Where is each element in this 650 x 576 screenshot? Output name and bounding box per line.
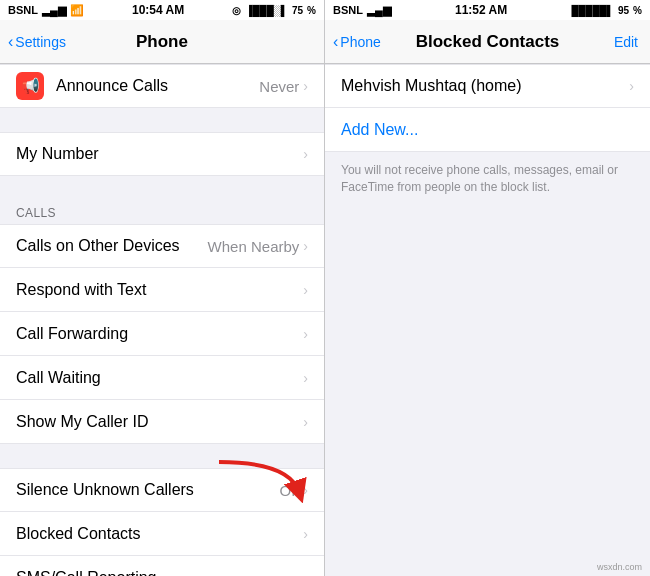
spacer-1 <box>0 108 324 132</box>
status-bar-right: ◎ ▐███░▌ 75% <box>232 5 316 16</box>
spacer-2 <box>0 176 324 200</box>
wifi-icon: 📶 <box>70 4 84 17</box>
call-waiting-chevron: › <box>303 370 308 386</box>
battery-pct-right: 95 <box>618 5 629 16</box>
status-bar-left: BSNL ▂▄▆ 📶 <box>8 4 84 17</box>
right-edit-button[interactable]: Edit <box>614 34 638 50</box>
call-waiting-row[interactable]: Call Waiting › <box>0 356 324 400</box>
blocked-contacts-row[interactable]: Blocked Contacts › <box>0 512 324 556</box>
calls-other-devices-chevron: › <box>303 238 308 254</box>
silence-unknown-label: Silence Unknown Callers <box>16 470 280 510</box>
blocked-contacts-label: Blocked Contacts <box>16 514 303 554</box>
left-back-button[interactable]: ‹ Settings <box>8 33 66 51</box>
calls-section-header: CALLS <box>0 200 324 224</box>
right-status-bar-left: BSNL ▂▄▆ <box>333 4 391 17</box>
spacer-3 <box>0 444 324 468</box>
show-caller-id-row[interactable]: Show My Caller ID › <box>0 400 324 444</box>
left-settings-list: 📢 Announce Calls Never › My Number › CAL… <box>0 64 324 576</box>
calls-other-devices-label: Calls on Other Devices <box>16 226 208 266</box>
time-left: 10:54 AM <box>132 3 184 17</box>
my-number-label: My Number <box>16 134 303 174</box>
add-new-label: Add New... <box>341 121 418 139</box>
signal-icon: ▂▄▆ <box>42 4 66 17</box>
left-panel: BSNL ▂▄▆ 📶 10:54 AM ◎ ▐███░▌ 75% ‹ Setti… <box>0 0 325 576</box>
watermark: wsxdn.com <box>597 562 642 572</box>
respond-with-text-row[interactable]: Respond with Text › <box>0 268 324 312</box>
call-forwarding-chevron: › <box>303 326 308 342</box>
left-status-bar: BSNL ▂▄▆ 📶 10:54 AM ◎ ▐███░▌ 75% <box>0 0 324 20</box>
sms-call-reporting-label: SMS/Call Reporting <box>16 558 303 577</box>
announce-calls-row[interactable]: 📢 Announce Calls Never › <box>0 64 324 108</box>
signal-icon-right: ▂▄▆ <box>367 4 391 17</box>
right-status-bar: BSNL ▂▄▆ 11:52 AM █████▌ 95% <box>325 0 650 20</box>
battery-pct-left: 75 <box>292 5 303 16</box>
time-right: 11:52 AM <box>455 3 507 17</box>
battery-left: ▐███░▌ <box>245 5 288 16</box>
right-chevron-left-icon: ‹ <box>333 33 338 51</box>
battery-right: █████▌ <box>571 5 614 16</box>
announce-calls-value: Never <box>259 78 299 95</box>
blocked-info-text: You will not receive phone calls, messag… <box>325 152 650 206</box>
call-forwarding-label: Call Forwarding <box>16 314 303 354</box>
blocked-contact-chevron: › <box>629 78 634 94</box>
my-number-chevron: › <box>303 146 308 162</box>
right-status-bar-right: █████▌ 95% <box>571 5 642 16</box>
right-panel: BSNL ▂▄▆ 11:52 AM █████▌ 95% ‹ Phone Blo… <box>325 0 650 576</box>
calls-other-devices-row[interactable]: Calls on Other Devices When Nearby › <box>0 224 324 268</box>
sms-call-reporting-chevron: › <box>303 570 308 577</box>
right-back-button[interactable]: ‹ Phone <box>333 33 381 51</box>
my-number-row[interactable]: My Number › <box>0 132 324 176</box>
location-icon: ◎ <box>232 5 241 16</box>
blocked-contact-mehvish[interactable]: Mehvish Mushtaq (home) › <box>325 64 650 108</box>
right-nav-title: Blocked Contacts <box>416 32 560 52</box>
silence-unknown-value: Off <box>280 482 300 499</box>
blocked-contact-name: Mehvish Mushtaq (home) <box>341 66 629 106</box>
left-nav-bar: ‹ Settings Phone <box>0 20 324 64</box>
announce-calls-chevron: › <box>303 78 308 94</box>
show-caller-id-label: Show My Caller ID <box>16 402 303 442</box>
silence-unknown-chevron: › <box>303 482 308 498</box>
blocked-contacts-chevron: › <box>303 526 308 542</box>
sms-call-reporting-row[interactable]: SMS/Call Reporting › <box>0 556 324 576</box>
blocked-contacts-list: Mehvish Mushtaq (home) › Add New... You … <box>325 64 650 576</box>
calls-other-devices-value: When Nearby <box>208 238 300 255</box>
add-new-row[interactable]: Add New... <box>325 108 650 152</box>
right-nav-bar: ‹ Phone Blocked Contacts Edit <box>325 20 650 64</box>
silence-unknown-row[interactable]: Silence Unknown Callers Off › <box>0 468 324 512</box>
respond-with-text-label: Respond with Text <box>16 270 303 310</box>
call-waiting-label: Call Waiting <box>16 358 303 398</box>
call-forwarding-row[interactable]: Call Forwarding › <box>0 312 324 356</box>
left-back-label: Settings <box>15 34 66 50</box>
announce-calls-label: Announce Calls <box>56 66 259 106</box>
show-caller-id-chevron: › <box>303 414 308 430</box>
speaker-icon: 📢 <box>21 77 40 95</box>
chevron-left-icon: ‹ <box>8 33 13 51</box>
left-nav-title: Phone <box>136 32 188 52</box>
right-back-label: Phone <box>340 34 380 50</box>
respond-with-text-chevron: › <box>303 282 308 298</box>
carrier-left: BSNL <box>8 4 38 16</box>
carrier-right: BSNL <box>333 4 363 16</box>
announce-calls-icon: 📢 <box>16 72 44 100</box>
